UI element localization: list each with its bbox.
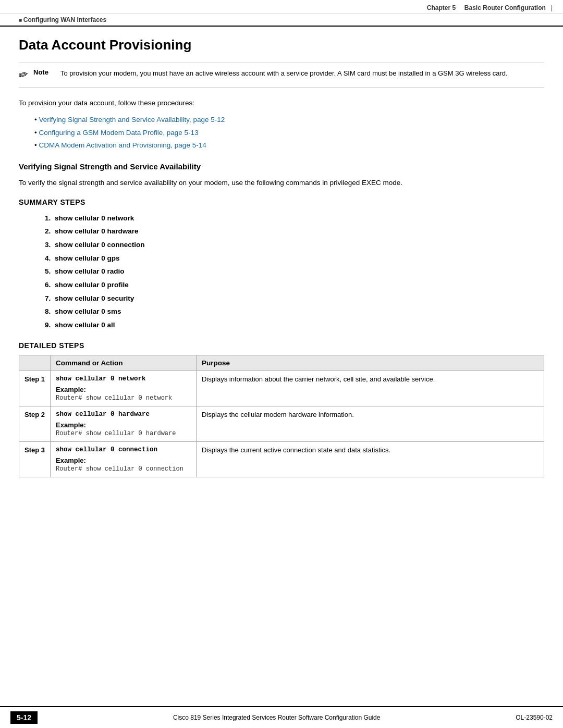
step-2-cmd: show cellular 0 hardware bbox=[56, 411, 191, 418]
table-header-row: Command or Action Purpose bbox=[19, 355, 544, 371]
page-title: Data Account Provisioning bbox=[19, 37, 544, 53]
link-gsm-profile[interactable]: Configuring a GSM Modem Data Profile, pa… bbox=[39, 129, 198, 137]
summary-steps-label: SUMMARY STEPS bbox=[19, 198, 544, 206]
main-content: Data Account Provisioning ✏ Note To prov… bbox=[0, 27, 563, 728]
table-row: Step 2 show cellular 0 hardware Example:… bbox=[19, 406, 544, 441]
step-2-example-code: Router# show cellular 0 hardware bbox=[56, 430, 191, 437]
table-row: Step 1 show cellular 0 network Example: … bbox=[19, 371, 544, 406]
step-3-example-code: Router# show cellular 0 connection bbox=[56, 465, 191, 473]
page-header: Chapter 5 Basic Router Configuration | bbox=[0, 0, 563, 14]
col-command: Command or Action bbox=[51, 355, 197, 371]
bullet-links-list: Verifying Signal Strength and Service Av… bbox=[34, 114, 544, 152]
summary-step-5: 5. show cellular 0 radio bbox=[45, 265, 544, 278]
step-1-cmd: show cellular 0 network bbox=[56, 375, 191, 382]
subsection-heading: Verifying Signal Strength and Service Av… bbox=[19, 162, 544, 171]
sub-header-section: Configuring WAN Interfaces bbox=[19, 16, 106, 23]
note-box: ✏ Note To provision your modem, you must… bbox=[19, 63, 544, 88]
col-purpose: Purpose bbox=[197, 355, 544, 371]
step-2-example-label: Example: bbox=[56, 421, 191, 429]
step-1-example-label: Example: bbox=[56, 386, 191, 393]
footer-doc-num: OL-23590-02 bbox=[516, 714, 553, 721]
sub-header: Configuring WAN Interfaces bbox=[0, 14, 563, 27]
detailed-steps-table: Command or Action Purpose Step 1 show ce… bbox=[19, 355, 544, 477]
page-number: 5-12 bbox=[10, 711, 38, 724]
link-cdma-modem[interactable]: CDMA Modem Activation and Provisioning, … bbox=[39, 141, 206, 149]
chapter-label: Chapter 5 bbox=[427, 4, 456, 11]
step-1-purpose: Displays information about the carrier n… bbox=[197, 371, 544, 406]
summary-step-2: 2. show cellular 0 hardware bbox=[45, 225, 544, 238]
summary-step-6: 6. show cellular 0 profile bbox=[45, 278, 544, 292]
note-icon: ✏ bbox=[17, 67, 30, 83]
step-2-purpose: Displays the cellular modem hardware inf… bbox=[197, 406, 544, 441]
step-3-cmd-cell: show cellular 0 connection Example: Rout… bbox=[51, 441, 197, 477]
detailed-steps-label: DETAILED STEPS bbox=[19, 341, 544, 350]
step-1-cmd-cell: show cellular 0 network Example: Router#… bbox=[51, 371, 197, 406]
page-footer: 5-12 Cisco 819 Series Integrated Service… bbox=[0, 706, 563, 728]
page-container: Chapter 5 Basic Router Configuration | C… bbox=[0, 0, 563, 728]
step-3-purpose: Displays the current active connection s… bbox=[197, 441, 544, 477]
summary-step-1: 1. show cellular 0 network bbox=[45, 212, 544, 225]
step-3-num: Step 3 bbox=[19, 441, 51, 477]
summary-step-7: 7. show cellular 0 security bbox=[45, 292, 544, 305]
footer-title: Cisco 819 Series Integrated Services Rou… bbox=[48, 714, 505, 721]
summary-step-3: 3. show cellular 0 connection bbox=[45, 238, 544, 252]
note-label: Note bbox=[33, 68, 48, 76]
note-text: To provision your modem, you must have a… bbox=[60, 68, 544, 79]
intro-text: To provision your data account, follow t… bbox=[19, 98, 544, 108]
summary-step-9: 9. show cellular 0 all bbox=[45, 318, 544, 332]
summary-step-8: 8. show cellular 0 sms bbox=[45, 305, 544, 318]
link-signal-strength[interactable]: Verifying Signal Strength and Service Av… bbox=[39, 116, 225, 124]
col-empty bbox=[19, 355, 51, 371]
header-chapter-info: Chapter 5 Basic Router Configuration | bbox=[427, 4, 553, 11]
step-2-num: Step 2 bbox=[19, 406, 51, 441]
bullet-link-3[interactable]: CDMA Modem Activation and Provisioning, … bbox=[34, 139, 544, 152]
subsection-desc: To verify the signal strength and servic… bbox=[19, 177, 544, 189]
step-1-num: Step 1 bbox=[19, 371, 51, 406]
table-row: Step 3 show cellular 0 connection Exampl… bbox=[19, 441, 544, 477]
bullet-link-2[interactable]: Configuring a GSM Modem Data Profile, pa… bbox=[34, 127, 544, 139]
step-3-example-label: Example: bbox=[56, 456, 191, 464]
summary-step-4: 4. show cellular 0 gps bbox=[45, 252, 544, 265]
step-3-cmd: show cellular 0 connection bbox=[56, 446, 191, 453]
chapter-title: Basic Router Configuration bbox=[464, 4, 546, 11]
step-2-cmd-cell: show cellular 0 hardware Example: Router… bbox=[51, 406, 197, 441]
bullet-link-1[interactable]: Verifying Signal Strength and Service Av… bbox=[34, 114, 544, 126]
summary-steps-list: 1. show cellular 0 network 2. show cellu… bbox=[45, 212, 544, 332]
step-1-example-code: Router# show cellular 0 network bbox=[56, 394, 191, 402]
